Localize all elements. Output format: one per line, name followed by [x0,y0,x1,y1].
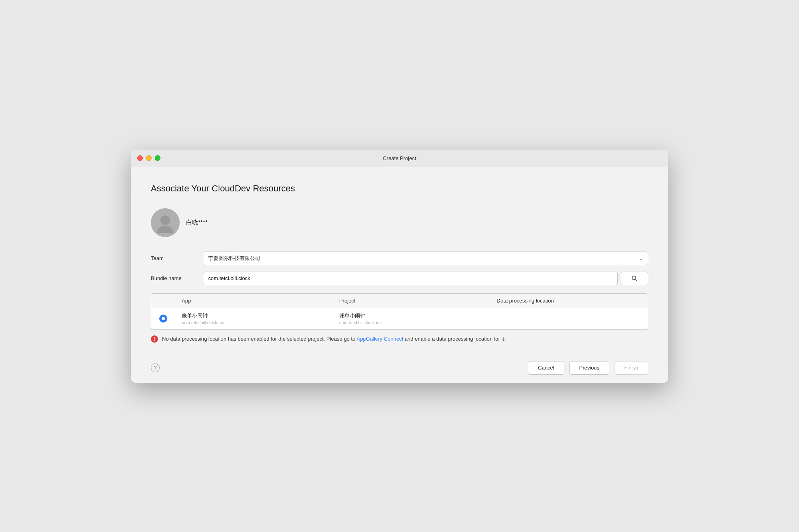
username: 白晓**** [186,219,207,226]
app-sub: com.tetcl.bill.clock.ios [182,320,326,325]
close-button[interactable] [137,155,143,161]
bundle-label: Bundle name [151,275,203,281]
svg-point-1 [157,226,173,233]
col-header-project: Project [333,298,491,304]
results-table: App Project Data processing location 账单小… [151,293,648,329]
window-title: Create Project [383,155,416,161]
svg-point-2 [632,276,636,280]
col-header-app: App [175,298,333,304]
team-label: Team [151,255,203,261]
main-content: Associate Your CloudDev Resources 白晓****… [131,167,668,356]
footer: ? Cancel Previous Finish [131,356,668,383]
bundle-row: Bundle name [151,272,648,285]
row-project: 账单小闹钟 com.tetcl.bill.clock.ios [333,312,491,325]
chevron-down-icon: ⌄ [639,256,643,261]
svg-point-0 [160,215,170,225]
search-icon [631,275,638,282]
bundle-input[interactable] [203,272,618,285]
finish-button: Finish [614,361,648,375]
app-name: 账单小闹钟 [182,312,326,319]
radio-selected [159,315,167,323]
avatar [151,208,180,237]
bundle-input-wrapper [203,272,648,285]
error-text: No data processing location has been ena… [162,336,505,342]
cancel-button[interactable]: Cancel [528,361,564,375]
row-app: 账单小闹钟 com.tetcl.bill.clock.ios [175,312,333,325]
previous-button[interactable]: Previous [569,361,610,375]
team-input-wrapper: 宁夏图尔科技有限公司 ⌄ [203,252,648,265]
search-button[interactable] [621,272,648,285]
button-group: Cancel Previous Finish [528,361,648,375]
help-label: ? [154,365,156,371]
create-project-window: Create Project Associate Your CloudDev R… [131,150,668,383]
form-section: Team 宁夏图尔科技有限公司 ⌄ Bundle name [151,252,648,329]
project-sub: com.tetcl.bill.clock.ios [339,320,484,325]
maximize-button[interactable] [155,155,160,161]
user-section: 白晓**** [151,208,648,237]
team-select[interactable]: 宁夏图尔科技有限公司 ⌄ [203,252,648,265]
appgallery-connect-link[interactable]: AppGallery Connect [357,336,403,342]
error-icon: ! [151,335,158,343]
table-row[interactable]: 账单小闹钟 com.tetcl.bill.clock.ios 账单小闹钟 com… [151,308,648,329]
team-select-value: 宁夏图尔科技有限公司 [208,255,260,262]
avatar-icon [155,212,176,233]
error-message-before: No data processing location has been ena… [162,336,357,342]
page-title: Associate Your CloudDev Resources [151,183,648,194]
minimize-button[interactable] [146,155,152,161]
table-header: App Project Data processing location [151,294,648,308]
row-radio[interactable] [151,315,175,323]
titlebar: Create Project [131,150,668,167]
col-header-location: Data processing location [490,298,648,304]
traffic-lights [137,155,160,161]
team-row: Team 宁夏图尔科技有限公司 ⌄ [151,252,648,265]
col-header-radio [151,298,175,304]
help-button[interactable]: ? [151,363,160,372]
svg-line-3 [635,279,637,281]
error-bar: ! No data processing location has been e… [151,329,648,348]
project-name: 账单小闹钟 [339,312,484,319]
error-message-after: and enable a data processing location fo… [403,336,505,342]
